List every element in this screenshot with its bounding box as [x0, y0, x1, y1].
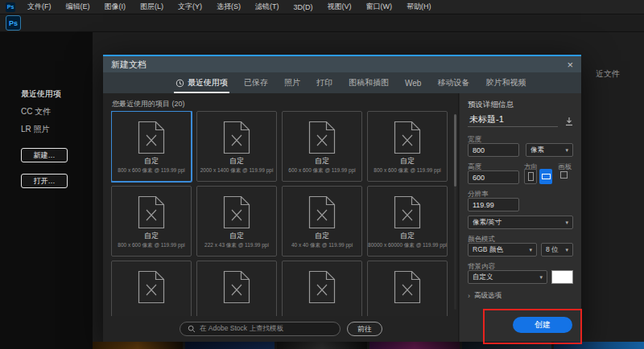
chevron-down-icon: ▾ [529, 247, 532, 253]
preset-card[interactable]: 自定600 x 600 像素 @ 119.99 ppi [282, 111, 362, 182]
document-icon [283, 121, 361, 154]
orientation-landscape-button[interactable] [539, 169, 552, 184]
menu-item[interactable]: 编辑(E) [59, 0, 97, 14]
menu-bar: Ps 文件(F)编辑(E)图像(I)图层(L)文字(Y)选择(S)滤镜(T)3D… [0, 0, 644, 14]
document-icon [112, 121, 191, 154]
menu-item[interactable]: 图层(L) [133, 0, 171, 14]
recent-file-thumbnail[interactable] [277, 342, 367, 349]
chevron-down-icon: ▾ [565, 247, 568, 253]
tab-label: 胶片和视频 [485, 77, 526, 88]
background-color-swatch[interactable] [551, 270, 573, 284]
tab-item[interactable]: 图稿和插图 [341, 72, 397, 93]
recent-files-partial-label: 近文件 [596, 68, 620, 80]
recent-file-thumbnail[interactable] [554, 342, 644, 349]
preset-card[interactable]: 自定80000 x 60000 像素 @ 119.99 ppi [367, 186, 448, 257]
document-icon [197, 121, 276, 154]
height-input[interactable] [468, 170, 519, 184]
advanced-options-toggle[interactable]: › 高级选项 [468, 291, 502, 301]
dialog-title: 新建文档 [111, 59, 147, 71]
dialog-tabs: 最近使用项已保存照片打印图稿和插图Web移动设备胶片和视频 [103, 72, 581, 93]
menu-item[interactable]: 帮助(H) [399, 0, 439, 14]
tab-label: 打印 [316, 77, 332, 88]
menu-item[interactable]: 文字(Y) [171, 0, 209, 14]
menu-item[interactable]: 3D(D) [287, 0, 320, 14]
preset-card[interactable]: 自定800 x 600 像素 @ 119.99 ppi [111, 111, 192, 182]
tab-item[interactable]: 胶片和视频 [477, 72, 534, 93]
close-icon[interactable]: × [567, 60, 573, 70]
recent-file-thumbnail[interactable] [185, 342, 275, 349]
recent-files-strip [93, 342, 644, 349]
unit-value: 像素 [530, 146, 544, 155]
home-nav-item[interactable]: CC 文件 [21, 106, 93, 117]
tab-item[interactable]: 打印 [308, 72, 341, 93]
preset-dimensions: 40 x 40 像素 @ 119.99 ppi [283, 242, 361, 249]
recent-section-title: 您最近使用的项目 (20) [112, 99, 185, 109]
scrollbar[interactable] [454, 114, 456, 310]
home-nav: 最近使用项CC 文件LR 照片 [21, 88, 93, 135]
menu-item[interactable]: 图像(I) [97, 0, 134, 14]
preset-dimensions: 600 x 600 像素 @ 119.99 ppi [283, 167, 361, 174]
menu-item[interactable]: 文件(F) [20, 0, 59, 14]
bit-depth-select[interactable]: 8 位▾ [541, 243, 573, 257]
tab-label: 移动设备 [437, 77, 469, 88]
color-mode-value: RGB 颜色 [473, 245, 503, 255]
open-file-button[interactable]: 打开… [21, 174, 68, 188]
portrait-icon [528, 172, 534, 181]
document-icon [112, 195, 191, 229]
preset-card[interactable]: 自定2000 x 1400 像素 @ 119.99 ppi [196, 111, 277, 182]
document-name-input[interactable] [468, 113, 558, 127]
preset-dimensions: 80000 x 60000 像素 @ 119.99 ppi [368, 242, 447, 249]
tab-item[interactable]: 最近使用项 [167, 72, 236, 93]
preset-name: 自定 [283, 231, 361, 241]
menu-item[interactable]: 滤镜(T) [248, 0, 287, 14]
artboard-checkbox[interactable] [560, 171, 568, 179]
stock-search-input[interactable]: 在 Adobe Stock 上查找模板 [180, 322, 341, 336]
preset-card[interactable]: 自定40 x 40 像素 @ 119.99 ppi [282, 186, 362, 257]
new-document-dialog: 新建文档 × 最近使用项已保存照片打印图稿和插图Web移动设备胶片和视频 您最近… [103, 55, 581, 342]
recent-file-thumbnail[interactable] [462, 342, 552, 349]
document-icon [368, 270, 447, 304]
resolution-input[interactable] [468, 198, 519, 211]
preset-name: 自定 [368, 156, 447, 166]
preset-name: 自定 [283, 156, 361, 166]
orientation-portrait-button[interactable] [524, 169, 537, 184]
background-value: 自定义 [473, 273, 493, 282]
resolution-unit-select[interactable]: 像素/英寸▾ [468, 216, 573, 229]
stock-search-row: 在 Adobe Stock 上查找模板 前往 [103, 316, 459, 342]
menu-item[interactable]: 视图(V) [320, 0, 359, 14]
preset-card[interactable]: 自定222 x 43 像素 @ 119.99 ppi [196, 186, 277, 257]
recent-file-thumbnail[interactable] [369, 342, 460, 349]
tab-item[interactable]: 移动设备 [429, 72, 477, 93]
preset-name: 自定 [368, 231, 447, 241]
preset-card[interactable]: 自定800 x 600 像素 @ 119.99 ppi [367, 111, 448, 182]
app-bar: Ps [0, 14, 644, 32]
tab-item[interactable]: 照片 [276, 72, 308, 93]
photoshop-window: Ps 文件(F)编辑(E)图像(I)图层(L)文字(Y)选择(S)滤镜(T)3D… [0, 0, 644, 349]
new-file-button[interactable]: 新建… [21, 148, 68, 162]
photoshop-app-icon: Ps [6, 15, 21, 31]
home-nav-item[interactable]: LR 照片 [21, 124, 93, 135]
scrollbar-thumb[interactable] [454, 114, 456, 187]
clock-icon [175, 79, 184, 88]
preset-details-title: 预设详细信息 [468, 100, 514, 110]
create-button[interactable]: 创建 [513, 317, 572, 333]
background-select[interactable]: 自定义▾ [468, 270, 547, 284]
tab-item[interactable]: Web [397, 72, 429, 93]
color-mode-select[interactable]: RGB 颜色▾ [468, 243, 537, 257]
go-button[interactable]: 前往 [347, 322, 382, 336]
width-input[interactable] [468, 143, 519, 157]
tab-label: 图稿和插图 [349, 77, 389, 88]
tab-item[interactable]: 已保存 [236, 72, 276, 93]
save-preset-icon[interactable] [564, 115, 574, 129]
tab-label: Web [405, 79, 421, 88]
menu-item[interactable]: 窗口(W) [359, 0, 400, 14]
menu-item[interactable]: 选择(S) [209, 0, 248, 14]
recent-file-thumbnail[interactable] [93, 342, 183, 349]
document-icon [283, 270, 361, 304]
menu-bar-items: 文件(F)编辑(E)图像(I)图层(L)文字(Y)选择(S)滤镜(T)3D(D)… [20, 0, 439, 14]
bit-depth-value: 8 位 [546, 245, 559, 255]
chevron-down-icon: ▾ [539, 274, 543, 281]
unit-select[interactable]: 像素▾ [526, 143, 573, 157]
preset-card[interactable]: 自定800 x 600 像素 @ 119.99 ppi [111, 186, 192, 257]
home-nav-item[interactable]: 最近使用项 [21, 88, 93, 100]
